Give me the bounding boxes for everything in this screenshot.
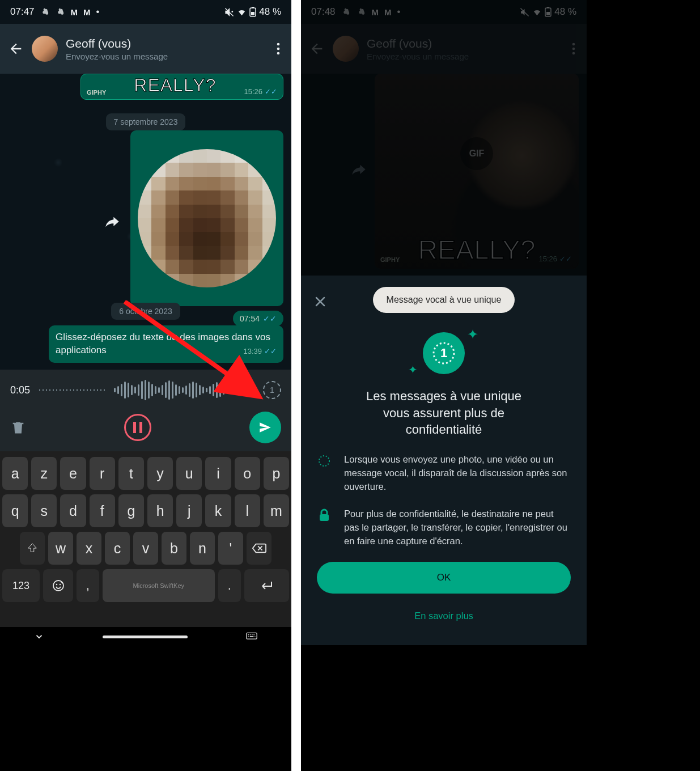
key-j[interactable]: j: [176, 494, 202, 527]
key-o[interactable]: o: [235, 457, 260, 490]
avatar[interactable]: [32, 36, 58, 62]
m-icon: M: [71, 7, 78, 17]
fan-icon: [56, 7, 65, 17]
key-r[interactable]: r: [90, 457, 115, 490]
more-menu-button[interactable]: [270, 37, 287, 60]
fan-icon: [40, 7, 50, 17]
svg-point-17: [254, 636, 256, 637]
app-bar: Geoff (vous) Envoyez-vous un message: [0, 24, 291, 74]
info-item-privacy: Pour plus de confidentialité, le destina…: [317, 507, 571, 548]
keyboard-switch-icon[interactable]: [246, 632, 257, 641]
key-k[interactable]: k: [205, 494, 231, 527]
svg-rect-3: [252, 7, 254, 8]
modal-overlay[interactable]: [301, 0, 587, 277]
voice-recorder-panel: 0:05 1: [0, 370, 291, 451]
key-u[interactable]: u: [176, 457, 202, 490]
shift-key[interactable]: [20, 532, 45, 565]
svg-text:1: 1: [440, 346, 447, 360]
read-ticks-icon: ✓✓: [264, 346, 277, 357]
forward-arrow-icon[interactable]: [104, 214, 120, 230]
message-time: 13:39: [243, 346, 262, 357]
key-q[interactable]: q: [2, 494, 28, 527]
key-v[interactable]: v: [133, 532, 158, 565]
screen-right: 07:48 M M • 48 % Geoff (vous) Envoyez-vo…: [301, 0, 587, 645]
learn-more-link[interactable]: En savoir plus: [301, 594, 587, 638]
svg-point-13: [250, 634, 251, 636]
back-arrow-icon[interactable]: [8, 41, 24, 57]
send-button[interactable]: [249, 412, 281, 443]
key-b[interactable]: b: [162, 532, 186, 565]
photo-message-bubble[interactable]: 07:54 ✓✓: [130, 130, 283, 306]
key-f[interactable]: f: [90, 494, 115, 527]
gif-message-bubble[interactable]: GIPHY REALLY? 15:26✓✓: [80, 74, 283, 100]
chat-subtitle: Envoyez-vous un message: [66, 52, 168, 61]
svg-rect-11: [247, 633, 257, 639]
key-c[interactable]: c: [105, 532, 130, 565]
waveform[interactable]: [114, 379, 255, 401]
view-once-info-sheet: Message vocal à vue unique 1 Les message…: [301, 276, 587, 645]
svg-point-10: [59, 584, 61, 586]
svg-rect-18: [250, 636, 254, 637]
waveform-dots: [38, 389, 106, 391]
key-x[interactable]: x: [77, 532, 101, 565]
nav-bar: [0, 627, 291, 645]
emoji-key[interactable]: [43, 569, 73, 602]
recording-duration: 0:05: [10, 384, 30, 396]
info-item-disappear: Lorsque vous envoyez une photo, une vidé…: [317, 453, 571, 494]
key-g[interactable]: g: [118, 494, 144, 527]
key-y[interactable]: y: [147, 457, 173, 490]
screen-left: 07:47 M M • 48 % Geoff (vous) Envoyez-vo…: [0, 0, 291, 645]
key-a[interactable]: a: [2, 457, 28, 490]
read-ticks-icon: ✓✓: [265, 87, 277, 96]
home-pill[interactable]: [103, 636, 188, 638]
backspace-icon: [252, 542, 266, 554]
enter-icon: [259, 579, 274, 592]
pixelated-photo: [138, 149, 276, 287]
pause-button[interactable]: [124, 414, 151, 441]
trash-icon[interactable]: [10, 420, 26, 435]
gif-caption: REALLY?: [134, 75, 216, 96]
key-z[interactable]: z: [31, 457, 57, 490]
numbers-key[interactable]: 123: [2, 569, 40, 602]
key-w[interactable]: w: [48, 532, 73, 565]
svg-rect-29: [320, 514, 329, 521]
ok-button[interactable]: OK: [317, 562, 571, 594]
key-e[interactable]: e: [60, 457, 86, 490]
comma-key[interactable]: ,: [77, 569, 99, 602]
tooltip-pill: Message vocal à vue unique: [373, 287, 515, 313]
chevron-down-icon[interactable]: [34, 632, 44, 642]
view-once-small-icon: [317, 454, 331, 468]
text-message-bubble[interactable]: Glissez-déposez du texte ou des images d…: [49, 325, 283, 363]
close-icon[interactable]: [313, 295, 327, 308]
key-m[interactable]: m: [264, 494, 289, 527]
view-once-toggle[interactable]: 1: [263, 381, 281, 399]
period-key[interactable]: .: [218, 569, 241, 602]
send-icon: [258, 420, 273, 435]
date-separator: 7 septembre 2023: [106, 113, 186, 130]
key-s[interactable]: s: [31, 494, 57, 527]
shift-icon: [26, 542, 39, 554]
sheet-title: Les messages à vue unique vous assurent …: [347, 388, 540, 438]
key-i[interactable]: i: [205, 457, 231, 490]
header-text[interactable]: Geoff (vous) Envoyez-vous un message: [66, 37, 168, 61]
key-p[interactable]: p: [264, 457, 289, 490]
key-t[interactable]: t: [118, 457, 144, 490]
svg-point-6: [277, 52, 280, 55]
key-'[interactable]: ': [218, 532, 243, 565]
date-separator: 6 octobre 2023: [111, 303, 180, 320]
battery-text: 48 %: [259, 6, 281, 18]
info-text: Pour plus de confidentialité, le destina…: [344, 507, 571, 548]
svg-point-16: [248, 636, 249, 637]
enter-key[interactable]: [244, 569, 289, 602]
space-key[interactable]: Microsoft SwiftKey: [103, 569, 215, 602]
key-n[interactable]: n: [190, 532, 215, 565]
backspace-key[interactable]: [247, 532, 271, 565]
more-vert-icon: [277, 42, 280, 56]
key-l[interactable]: l: [235, 494, 260, 527]
chat-title: Geoff (vous): [66, 37, 168, 50]
key-h[interactable]: h: [147, 494, 173, 527]
battery-icon: [249, 7, 256, 17]
key-d[interactable]: d: [60, 494, 86, 527]
chat-body[interactable]: GIPHY REALLY? 15:26✓✓ 7 septembre 2023: [0, 74, 291, 370]
message-time: 15:26: [244, 87, 262, 96]
